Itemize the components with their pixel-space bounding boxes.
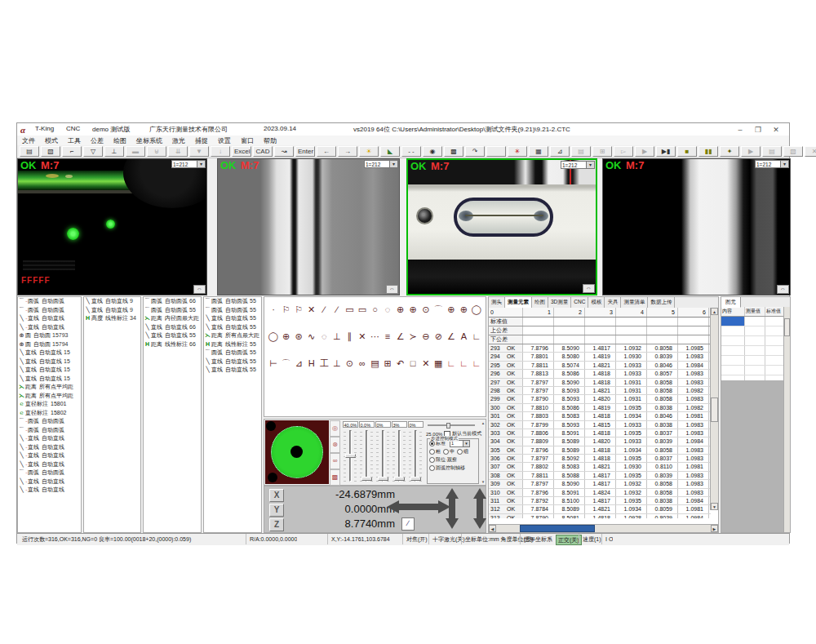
minus-minus-button[interactable]: - - [401, 146, 421, 157]
feature-item[interactable]: ╲直线自动直线15 [18, 349, 81, 358]
scroll-down-icon[interactable]: ▼ [711, 503, 718, 510]
details-cell[interactable] [745, 317, 765, 326]
table-cell[interactable]: 1.0983 [678, 395, 709, 402]
resize-grip-icon[interactable]: ⇔ [583, 284, 595, 293]
details-cell[interactable] [721, 346, 745, 355]
cad-button[interactable]: CAD [253, 146, 273, 157]
curve-icon[interactable]: ↷ [465, 146, 485, 157]
play-run-icon[interactable]: ▶ [635, 146, 654, 157]
table-cell[interactable]: 1.4821 [585, 463, 616, 470]
table-cell[interactable]: 7.8797 [523, 455, 554, 462]
slider-thumb[interactable] [394, 477, 405, 481]
table-row[interactable]: 297OK7.87978.50901.48181.09310.80581.098… [489, 379, 711, 387]
table-cell[interactable] [523, 326, 554, 335]
camera-selector[interactable]: 1=212▾ [171, 160, 206, 168]
details-row[interactable] [721, 366, 784, 375]
special-row[interactable]: 标准值 [489, 318, 711, 326]
table-cell[interactable]: 1.4818 [585, 446, 616, 454]
table-cell[interactable]: 8.5093 [554, 387, 585, 394]
wrench-icon[interactable]: ✕ [805, 146, 816, 157]
locate-icon[interactable]: ⊙ [344, 358, 355, 369]
radio-button[interactable] [429, 457, 435, 463]
table-cell[interactable]: 7.8801 [523, 353, 554, 360]
menu-item[interactable]: 坐标系统 [131, 136, 167, 145]
camera-view-2[interactable]: OK M:7 1=212▾ ⇔ [217, 158, 400, 295]
menu-item[interactable]: 捕捉 [190, 136, 213, 145]
table-cell[interactable]: 0.8037 [647, 429, 678, 437]
point-icon[interactable]: · [268, 304, 279, 315]
table-cell[interactable]: 7.8796 [523, 344, 554, 352]
table-cell[interactable]: 1.0984 [678, 362, 709, 369]
table-cell[interactable]: 1.0934 [616, 505, 647, 513]
table-cell[interactable]: 1.0935 [616, 429, 647, 437]
parallel-icon[interactable]: ∥ [344, 331, 355, 342]
table-cell[interactable]: 8.5090 [554, 344, 585, 352]
tab-7[interactable]: 夹具 [605, 297, 621, 308]
angle-red-3-icon[interactable]: ∟ [471, 358, 482, 369]
menu-item[interactable]: 设置 [213, 136, 236, 145]
details-cell[interactable] [765, 317, 784, 326]
delete-icon[interactable]: ✕ [420, 358, 432, 369]
circle-target-icon[interactable]: ⊕ [446, 304, 457, 315]
radio-button[interactable] [429, 441, 435, 446]
table-row[interactable]: 294OK7.88018.50801.48191.09300.80391.098… [489, 353, 711, 361]
table-row[interactable]: 310OK7.87968.50911.48241.09320.80581.098… [489, 489, 711, 497]
feature-item[interactable]: ⌒圆弧自动圆弧66 [144, 297, 201, 306]
table-row[interactable]: 301OK7.88038.50831.48181.09340.80461.098… [489, 412, 711, 420]
chevron-down-icon[interactable]: ▾ [390, 160, 398, 168]
table-cell[interactable]: 7.8806 [523, 429, 554, 437]
feature-item[interactable]: ╲直线自动直线15 [18, 366, 81, 375]
details-row[interactable] [721, 336, 784, 346]
table-cell[interactable]: 1.0983 [678, 429, 709, 437]
table-cell[interactable]: 1.0928 [616, 514, 647, 518]
letter-a-icon[interactable]: A [458, 331, 469, 342]
feature-item[interactable]: ⌒圆弧自动圆弧55 [204, 297, 261, 306]
circle-cross-icon[interactable]: ⊕ [395, 304, 406, 315]
table-cell[interactable]: 1.4817 [585, 472, 616, 479]
row-label[interactable]: 300OK [489, 404, 523, 411]
copy-icon[interactable]: ⊞ [382, 358, 393, 369]
chevron-down-icon[interactable]: ▾ [781, 160, 789, 168]
row-label[interactable]: 312OK [489, 505, 523, 513]
row-label[interactable]: 306OK [489, 455, 523, 462]
vertical-scrollbar[interactable]: ▲▼ [710, 308, 718, 510]
row-label[interactable]: 296OK [489, 370, 523, 377]
circle-slash-icon[interactable]: ⊘ [432, 331, 444, 342]
tab-5[interactable]: CNC [571, 297, 588, 308]
scroll-down-icon[interactable]: ▾ [481, 479, 486, 484]
table-cell[interactable]: 0.8057 [647, 370, 678, 377]
table-cell[interactable]: 1.0932 [616, 480, 647, 487]
lasso-icon[interactable]: ◌ [318, 331, 330, 342]
slider-track[interactable] [344, 429, 357, 485]
circle-target-2-icon[interactable]: ⊕ [458, 304, 469, 315]
lines-icon[interactable]: ≡ [382, 331, 393, 342]
play-next-icon[interactable]: ▶▮ [656, 146, 676, 157]
table-cell[interactable]: 1.0983 [678, 489, 709, 496]
details-cell[interactable] [721, 336, 745, 345]
maximize-button[interactable]: ❐ [752, 125, 765, 135]
perp-2-icon[interactable]: ⊥ [331, 358, 343, 369]
table-cell[interactable]: 8.5086 [554, 404, 585, 411]
radio-button[interactable] [429, 449, 435, 455]
tab-2[interactable]: 测量元素 [505, 297, 532, 308]
tab-3[interactable]: 绘图 [532, 297, 548, 308]
move-z-arrows[interactable] [473, 488, 486, 529]
feature-item[interactable]: ⊕圆自动圆15794 [18, 340, 81, 349]
chevron-down-icon[interactable]: ▾ [197, 160, 206, 168]
feature-item[interactable]: ⌒圆弧自动圆弧55 [204, 306, 261, 315]
circle-dash-icon[interactable]: ◌ [382, 304, 393, 315]
details-cell[interactable] [745, 326, 765, 335]
table-cell[interactable]: 1.0983 [678, 353, 709, 360]
table-row[interactable]: 302OK7.87998.50931.48151.09330.80381.098… [489, 421, 711, 429]
slider-track[interactable] [376, 429, 389, 485]
table-cell[interactable]: 0.8039 [647, 514, 678, 518]
perpendicular-icon[interactable]: ⊥ [331, 331, 343, 342]
row-label[interactable]: 309OK [489, 480, 523, 487]
table-cell[interactable]: 0.8039 [647, 353, 678, 360]
table-cell[interactable]: 1.0934 [616, 412, 647, 420]
scroll-up-icon[interactable]: ▲ [711, 308, 718, 315]
table-cell[interactable]: 7.8790 [523, 514, 554, 518]
row-label[interactable]: 294OK [489, 353, 523, 360]
table-cell[interactable]: 1.0935 [616, 455, 647, 462]
circle-dot-icon[interactable]: ⊙ [420, 304, 432, 315]
